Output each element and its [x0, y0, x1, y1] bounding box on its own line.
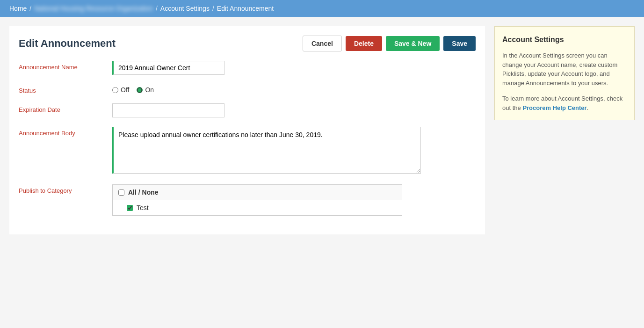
breadcrumb-sep-2: / — [156, 5, 158, 12]
status-off-option[interactable]: Off — [112, 86, 129, 94]
category-test-checkbox[interactable] — [127, 205, 133, 211]
announcement-body-input[interactable]: Please upload annual owner certification… — [112, 127, 421, 174]
breadcrumb-home[interactable]: Home — [9, 5, 27, 12]
sidebar-title: Account Settings — [502, 34, 627, 45]
announcement-name-row: Announcement Name — [19, 61, 476, 75]
breadcrumb-account-settings[interactable]: Account Settings — [160, 5, 210, 12]
expiration-date-input[interactable] — [112, 103, 224, 117]
publish-category-label: Publish to Category — [19, 184, 112, 194]
breadcrumb-bar: Home / National Housing Resource Organiz… — [0, 0, 644, 17]
announcement-body-label: Announcement Body — [19, 127, 112, 137]
publish-category-row: Publish to Category All / None Test — [19, 184, 476, 216]
main-container: Edit Announcement Cancel Delete Save & N… — [0, 17, 644, 321]
all-none-checkbox[interactable] — [118, 190, 124, 196]
form-section: Edit Announcement Cancel Delete Save & N… — [9, 26, 485, 234]
sidebar-desc-1: In the Account Settings screen you can c… — [502, 51, 627, 87]
help-center-link[interactable]: Procorem Help Center — [522, 104, 586, 111]
expiration-date-label: Expiration Date — [19, 103, 112, 113]
save-new-button[interactable]: Save & New — [386, 36, 440, 51]
sidebar: Account Settings In the Account Settings… — [494, 26, 635, 120]
category-test-row: Test — [113, 200, 402, 215]
publish-category-control: All / None Test — [112, 184, 476, 216]
status-control: Off On — [112, 84, 476, 94]
status-off-label: Off — [121, 86, 129, 94]
title-toolbar: Edit Announcement Cancel Delete Save & N… — [19, 36, 476, 51]
announcement-name-label: Announcement Name — [19, 61, 112, 71]
announcement-body-control: Please upload annual owner certification… — [112, 127, 476, 175]
sidebar-desc-2: To learn more about Account Settings, ch… — [502, 94, 627, 112]
announcement-body-row: Announcement Body Please upload annual o… — [19, 127, 476, 175]
status-on-radio[interactable] — [137, 87, 143, 93]
expiration-date-row: Expiration Date — [19, 103, 476, 117]
status-on-option[interactable]: On — [137, 86, 154, 94]
breadcrumb-org[interactable]: National Housing Resource Organization — [34, 5, 153, 12]
page-title: Edit Announcement — [19, 37, 116, 50]
all-none-label: All / None — [128, 189, 159, 196]
announcement-name-control — [112, 61, 476, 75]
status-off-radio[interactable] — [112, 87, 118, 93]
all-none-row: All / None — [113, 185, 402, 200]
cancel-button[interactable]: Cancel — [303, 36, 342, 51]
announcement-name-input[interactable] — [112, 61, 224, 75]
status-label: Status — [19, 84, 112, 94]
breadcrumb-sep-1: / — [29, 5, 31, 12]
breadcrumb-edit-announcement: Edit Announcement — [217, 5, 274, 12]
status-row: Status Off On — [19, 84, 476, 94]
status-on-label: On — [145, 86, 154, 94]
category-test-label: Test — [137, 204, 149, 211]
category-table: All / None Test — [112, 184, 402, 216]
save-button[interactable]: Save — [443, 36, 476, 51]
expiration-date-control — [112, 103, 476, 117]
breadcrumb-sep-3: / — [212, 5, 214, 12]
delete-button[interactable]: Delete — [346, 36, 382, 51]
